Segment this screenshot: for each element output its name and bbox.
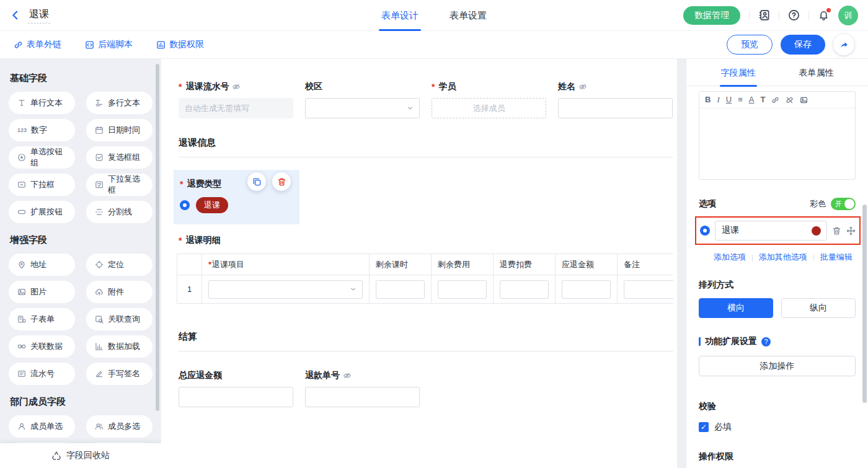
form-title[interactable]: 退课 <box>28 7 50 24</box>
arrange-vertical-button[interactable]: 纵向 <box>781 298 856 318</box>
field-name[interactable]: 姓名 <box>558 81 673 118</box>
panel-scrollbar[interactable] <box>862 205 867 403</box>
sidebar-item-attachment[interactable]: 附件 <box>86 281 153 303</box>
attachment-icon <box>95 288 104 296</box>
sidebar-item-datetime[interactable]: 日期时间 <box>86 119 153 141</box>
italic-icon[interactable]: I <box>717 95 719 105</box>
copy-field-button[interactable] <box>247 172 266 191</box>
campus-select[interactable] <box>305 98 420 118</box>
sidebar-item-serial-number[interactable]: 流水号 <box>9 363 75 385</box>
refund-order-no-input[interactable] <box>305 387 420 407</box>
share-button[interactable] <box>833 34 854 55</box>
underline-icon[interactable]: U <box>726 95 732 105</box>
preview-button[interactable]: 预览 <box>727 35 773 55</box>
total-refund-input[interactable] <box>179 387 293 407</box>
field-campus[interactable]: 校区 <box>305 81 420 118</box>
bold-icon[interactable]: B <box>705 95 711 105</box>
sidebar-item-linked-data[interactable]: 关联数据 <box>9 335 75 358</box>
sidebar-item-radio-group[interactable]: 单选按钮组 <box>9 146 75 169</box>
tab-form-properties[interactable]: 表单属性 <box>799 59 834 86</box>
sidebar-item-extend-button[interactable]: 扩展按钮 <box>9 201 75 223</box>
font-color-icon[interactable]: A <box>749 95 755 105</box>
field-refund-order-no[interactable]: 退款单号 <box>305 370 420 407</box>
deduction-input[interactable] <box>500 280 549 299</box>
help-question-icon[interactable]: ? <box>761 337 771 347</box>
option-badge[interactable]: 退课 <box>196 197 228 213</box>
sidebar-item-single-line-text[interactable]: 单行文本 <box>9 92 75 114</box>
label-rich-text-editor[interactable]: B I U ≡ A T <box>699 91 856 180</box>
sidebar-item-select[interactable]: 下拉框 <box>9 174 75 196</box>
field-refund-serial[interactable]: *退课流水号 <box>179 81 293 118</box>
selected-field-refund-type[interactable]: *退费类型 退课 <box>174 170 299 224</box>
sidebar-item-lookup[interactable]: 关联查询 <box>86 308 153 330</box>
help-icon[interactable] <box>788 9 800 21</box>
remark-input[interactable] <box>624 280 673 299</box>
font-size-icon[interactable]: T <box>760 95 765 105</box>
sidebar-item-address[interactable]: 地址 <box>9 254 75 276</box>
insert-image-icon[interactable] <box>800 96 808 104</box>
delete-field-button[interactable] <box>272 172 291 191</box>
subform-table: *退课项目 剩余课时 剩余费用 退费扣费 应退金额 备注 1 <box>177 254 673 304</box>
serial-number-icon <box>17 369 26 378</box>
add-operation-button[interactable]: 添加操作 <box>699 356 856 376</box>
remaining-hours-input[interactable] <box>376 280 425 299</box>
tab-field-properties[interactable]: 字段属性 <box>721 59 756 86</box>
refund-serial-input[interactable] <box>179 98 293 118</box>
refund-amount-input[interactable] <box>562 280 611 299</box>
sidebar-item-checkbox-group[interactable]: 复选框组 <box>86 146 153 169</box>
field-student[interactable]: *学员 <box>432 81 546 118</box>
drag-option-icon[interactable] <box>846 226 856 236</box>
color-label: 彩色 <box>810 198 826 210</box>
student-picker[interactable] <box>432 98 546 118</box>
chevron-down-icon <box>406 104 414 112</box>
remaining-fee-input[interactable] <box>438 280 487 299</box>
data-manage-button[interactable]: 数据管理 <box>683 6 740 25</box>
course-item-select[interactable] <box>208 280 363 299</box>
option-color-swatch[interactable] <box>812 226 821 236</box>
sidebar-item-multi-line-text[interactable]: 多行文本 <box>86 92 153 114</box>
batch-edit-link[interactable]: 批量编辑 <box>820 252 852 263</box>
align-icon[interactable]: ≡ <box>738 95 743 105</box>
delete-option-icon[interactable] <box>832 226 841 236</box>
insert-link-icon[interactable] <box>771 96 779 104</box>
arrange-horizontal-button[interactable]: 横向 <box>699 298 773 318</box>
form-design-canvas: *退课流水号 校区 *学员 姓名 退课信息 <box>161 59 677 468</box>
remove-link-icon[interactable] <box>786 96 794 104</box>
field-recycle-bin[interactable]: 字段回收站 <box>0 443 161 468</box>
notification-bell-icon[interactable] <box>818 9 830 21</box>
column-header-index <box>177 254 202 275</box>
data-permission-link[interactable]: 数据权限 <box>156 39 204 50</box>
tab-form-design[interactable]: 表单设计 <box>381 0 418 31</box>
form-external-link[interactable]: 表单外链 <box>14 39 61 50</box>
avatar[interactable]: 训 <box>838 6 858 25</box>
backend-script-link[interactable]: 后端脚本 <box>85 39 133 50</box>
option-value-input[interactable]: 退课 <box>715 221 827 241</box>
save-button[interactable]: 保存 <box>781 35 825 55</box>
contact-book-icon[interactable] <box>758 9 770 21</box>
sidebar-item-member-multi[interactable]: 成员多选 <box>86 415 153 438</box>
tab-form-settings[interactable]: 表单设置 <box>450 0 487 31</box>
field-total-refund[interactable]: 总应退金额 <box>179 370 293 407</box>
add-other-option-link[interactable]: 添加其他选项 <box>759 252 807 263</box>
sidebar-item-multi-select[interactable]: 下拉复选框 <box>86 174 153 196</box>
sidebar-item-number[interactable]: 123数字 <box>9 119 75 141</box>
sidebar-scrollbar[interactable] <box>156 64 159 411</box>
multi-line-text-icon <box>95 99 104 107</box>
sidebar-item-locate[interactable]: 定位 <box>86 254 153 276</box>
required-checkbox[interactable] <box>699 422 709 432</box>
radio-selected[interactable] <box>180 200 190 210</box>
color-toggle[interactable]: 开 <box>831 198 856 210</box>
option-radio[interactable] <box>700 226 710 236</box>
sidebar-item-member-single[interactable]: 成员单选 <box>9 415 75 438</box>
sidebar-item-image[interactable]: 图片 <box>9 281 75 303</box>
sidebar-item-signature[interactable]: 手写签名 <box>86 363 153 385</box>
sidebar-item-subform[interactable]: 子表单 <box>9 308 75 330</box>
sidebar-item-data-load[interactable]: 数据加载 <box>86 335 153 358</box>
row-index: 1 <box>177 275 202 304</box>
divider <box>808 11 809 20</box>
sidebar-item-divider[interactable]: 分割线 <box>86 201 153 223</box>
eye-off-icon <box>232 82 241 91</box>
back-icon[interactable] <box>10 10 20 20</box>
add-option-link[interactable]: 添加选项 <box>714 252 746 263</box>
name-input[interactable] <box>558 98 673 118</box>
